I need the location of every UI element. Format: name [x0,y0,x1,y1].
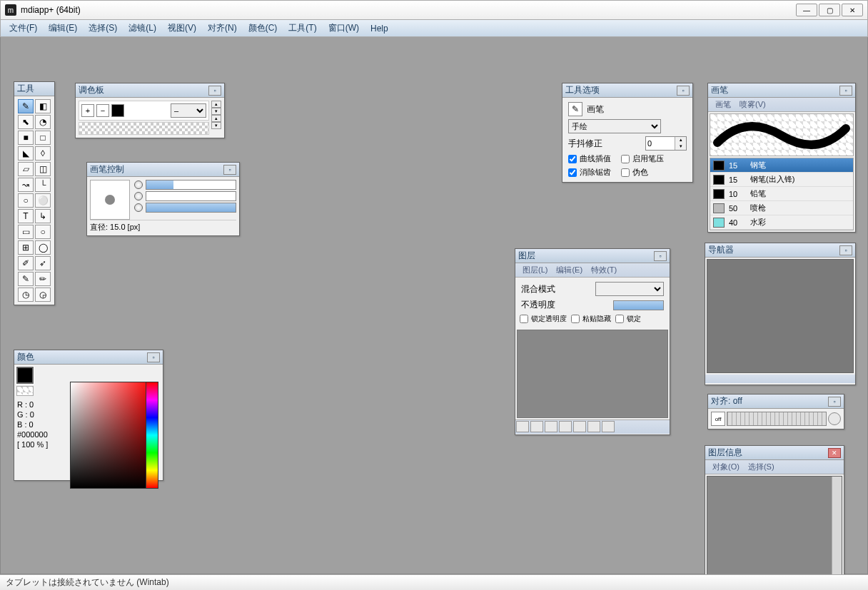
panel-close-icon[interactable]: ▫ [223,165,236,175]
menu-item[interactable]: 特效(T) [587,265,621,275]
panel-title[interactable]: 颜色 ▫ [14,350,163,365]
tool-button[interactable]: ⊞ [18,240,34,255]
scroll-down-icon[interactable]: ▾ [211,108,221,115]
menu-item[interactable]: 图层(L) [518,265,552,275]
layer-checkbox[interactable] [520,315,528,323]
menu-item[interactable]: Help [365,22,394,35]
jitter-input[interactable] [646,137,675,150]
tool-button[interactable]: ▭ [18,225,34,239]
scroll-up-icon[interactable]: ▴ [211,115,221,122]
radio-icon[interactable] [134,192,143,200]
scroll-down-icon[interactable]: ▾ [211,122,221,129]
layer-action-button[interactable] [587,421,600,432]
navigator-view[interactable] [707,259,854,373]
remove-swatch-button[interactable]: − [96,104,109,117]
panel-title[interactable]: 调色板 ▫ [76,83,224,98]
brush-slider[interactable] [146,203,236,213]
panel-close-icon[interactable]: ✕ [828,448,841,458]
menu-item[interactable]: 对齐(N) [202,21,243,36]
brush-list-item[interactable]: 50喷枪 [710,201,853,215]
tool-button[interactable]: └ [35,178,51,192]
palette-mode-select[interactable]: – [171,103,206,118]
panel-title[interactable]: 工具 [14,82,54,96]
layer-action-button[interactable] [602,421,615,432]
tool-button[interactable]: ↳ [35,209,51,223]
brush-list-item[interactable]: 40水彩 [710,215,853,230]
sv-picker[interactable] [70,382,153,489]
opacity-slider[interactable] [613,300,664,310]
add-swatch-button[interactable]: + [81,104,94,117]
tool-button[interactable]: ◧ [35,99,51,113]
panel-title[interactable]: 画笔 ▫ [708,83,855,98]
tool-button[interactable]: ✐ [18,256,34,270]
layer-action-button[interactable] [530,421,543,432]
tool-button[interactable]: ✎ [18,272,34,286]
maximize-button[interactable]: ▢ [819,4,840,16]
panel-close-icon[interactable]: ▫ [208,86,221,96]
close-button[interactable]: ✕ [842,4,863,16]
brush-slider[interactable] [146,180,236,190]
tool-button[interactable]: ↝ [18,178,34,192]
radio-icon[interactable] [134,180,143,189]
tool-button[interactable]: ✎ [18,99,34,113]
panel-close-icon[interactable]: ▫ [828,397,841,407]
jitter-spinner[interactable]: ▴▾ [645,136,687,151]
brush-slider[interactable] [146,191,236,201]
tool-button[interactable]: ⬉ [18,115,34,129]
menu-item[interactable]: 对象(O) [708,462,744,472]
tool-button[interactable]: ⚪ [35,193,51,208]
workspace-canvas[interactable]: 工具 ✎◧⬉◔■□◣◊▱◫↝└○⚪T↳▭○⊞◯✐➶✎✏◷◶ 调色板 ▫ + − … [0,37,868,574]
tool-button[interactable]: T [18,209,34,223]
layer-checkbox[interactable] [615,315,624,323]
align-mode-button[interactable]: off [711,412,725,426]
minimize-button[interactable]: — [796,4,817,16]
tool-button[interactable]: ▱ [18,162,34,176]
tool-button[interactable]: ➶ [35,256,51,270]
menu-item[interactable]: 编辑(E) [43,21,83,36]
drawing-style-select[interactable]: 手绘 [568,119,661,133]
menu-item[interactable]: 编辑(E) [552,265,587,275]
tool-button[interactable]: ◊ [35,146,51,161]
menu-item[interactable]: 窗口(W) [323,21,365,36]
menu-item[interactable]: 滤镜(L) [123,21,162,36]
layer-list-area[interactable] [517,330,668,418]
menu-item[interactable]: 文件(F) [4,21,43,36]
layer-action-button[interactable] [545,421,557,432]
tool-button[interactable]: ◶ [35,288,51,302]
brush-list-item[interactable]: 15钢笔 [710,158,853,173]
panel-close-icon[interactable]: ▫ [147,352,160,362]
palette-strip[interactable] [79,122,209,135]
option-checkbox[interactable] [568,168,577,177]
panel-title[interactable]: 画笔控制 ▫ [87,163,239,177]
panel-title[interactable]: 对齐: off ▫ [708,395,844,409]
blend-mode-select[interactable] [595,282,664,296]
panel-title[interactable]: 图层 ▫ [515,249,670,263]
tool-button[interactable]: ◣ [18,146,34,161]
tool-button[interactable]: ○ [35,225,51,239]
tool-button[interactable]: ✏ [35,272,51,286]
panel-close-icon[interactable]: ▫ [839,245,852,255]
tool-button[interactable]: □ [35,131,51,145]
spin-up-icon[interactable]: ▴ [675,137,686,143]
menu-item[interactable]: 颜色(C) [243,21,283,36]
panel-title[interactable]: 图层信息 ✕ [705,446,844,460]
menu-item[interactable]: 选择(S) [83,21,123,36]
align-pattern-strip[interactable] [727,412,827,426]
tool-button[interactable]: ◷ [18,288,34,302]
panel-close-icon[interactable]: ▫ [654,251,667,261]
radio-icon[interactable] [134,203,143,212]
transparent-swatch[interactable] [16,386,34,396]
layer-info-area[interactable] [707,476,842,590]
tool-button[interactable]: ◯ [35,240,51,255]
layer-action-button[interactable] [559,421,572,432]
layer-action-button[interactable] [516,421,529,432]
scrollbar[interactable] [832,477,842,590]
menu-item[interactable]: 喷雾(V) [735,99,770,110]
option-checkbox[interactable] [621,155,630,163]
menu-item[interactable]: 工具(T) [283,21,322,36]
panel-close-icon[interactable]: ▫ [839,86,852,96]
align-target-icon[interactable] [828,412,841,425]
option-checkbox[interactable] [568,155,577,163]
hue-slider[interactable] [146,382,158,489]
panel-title[interactable]: 工具选项 ▫ [562,83,692,98]
